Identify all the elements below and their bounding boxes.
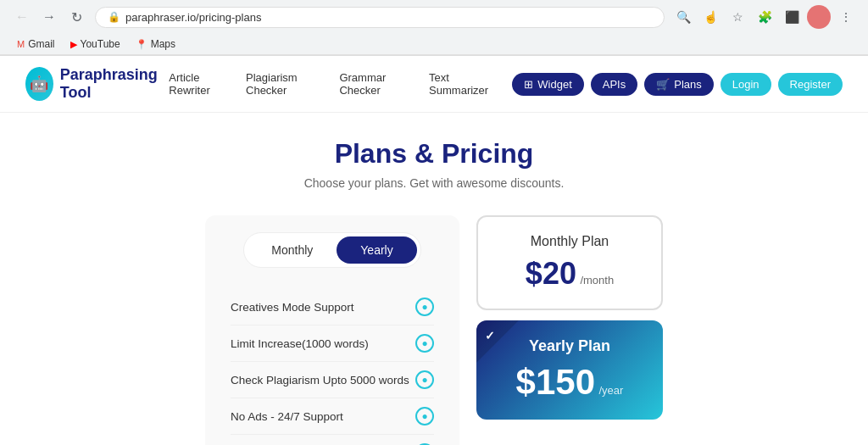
login-label: Login [732, 78, 760, 91]
nav-buttons-group: ⊞ Widget APIs 🛒 Plans Login Register [512, 73, 843, 96]
lock-icon: 🔒 [108, 11, 120, 23]
nav-article-rewriter[interactable]: Article Rewriter [169, 71, 229, 97]
page-title: Plans & Pricing [17, 138, 851, 170]
register-label: Register [790, 78, 831, 91]
logo-text: Paraphrasing Tool [60, 66, 170, 102]
feature-label-3: Check Plagiarism Upto 5000 words [231, 374, 409, 387]
monthly-plan-pricing: $20 /month [495, 256, 644, 292]
nav-text-summarizer[interactable]: Text Summarizer [429, 71, 495, 97]
browser-chrome: ← → ↻ 🔒 paraphraser.io/pricing-plans 🔍 ☝… [0, 0, 868, 56]
avatar-button[interactable] [807, 5, 831, 29]
logo-area: 🤖 Paraphrasing Tool [25, 66, 169, 102]
reload-button[interactable]: ↻ [64, 5, 88, 29]
pricing-section: Monthly Yearly Creatives Mode Support ● … [17, 215, 851, 445]
widget-label: Widget [537, 78, 571, 91]
feature-check-4: ● [415, 407, 434, 426]
yearly-plan-name: Yearly Plan [493, 337, 646, 355]
widget-button[interactable]: ⊞ Widget [512, 73, 583, 96]
plans-icon: 🛒 [656, 78, 670, 91]
forward-button[interactable]: → [37, 5, 61, 29]
navbar: 🤖 Paraphrasing Tool Article Rewriter Pla… [0, 56, 868, 113]
browser-toolbar: ← → ↻ 🔒 paraphraser.io/pricing-plans 🔍 ☝… [0, 0, 868, 34]
monthly-plan-period: /month [580, 274, 614, 286]
feature-label-4: No Ads - 24/7 Support [231, 410, 343, 423]
address-bar[interactable]: 🔒 paraphraser.io/pricing-plans [95, 7, 665, 28]
feature-check-3: ● [415, 370, 434, 389]
menu-icon[interactable]: ⋮ [834, 5, 858, 29]
yearly-plan-price: $150 [516, 362, 595, 402]
youtube-label: YouTube [81, 38, 120, 50]
nav-grammar-checker[interactable]: Grammar Checker [339, 71, 412, 97]
monthly-plan-name: Monthly Plan [495, 234, 644, 249]
widget-icon: ⊞ [524, 78, 533, 91]
profile-icon[interactable]: ⬛ [780, 5, 804, 29]
bookmark-star-icon[interactable]: ☆ [726, 5, 749, 29]
monthly-plan-price: $20 [526, 256, 576, 291]
yearly-plan-card[interactable]: ✓ Yearly Plan $150 /year [476, 320, 663, 420]
search-icon[interactable]: 🔍 [671, 5, 695, 29]
nav-plagiarism-checker[interactable]: Plagiarism Checker [246, 71, 322, 97]
feature-label-2: Limit Increase(1000 words) [231, 337, 369, 350]
monthly-plan-card[interactable]: Monthly Plan $20 /month [476, 215, 663, 310]
checkmark-icon: ✓ [485, 329, 495, 342]
bookmarks-bar: M Gmail ▶ YouTube 📍 Maps [0, 34, 868, 55]
nav-links: Article Rewriter Plagiarism Checker Gram… [169, 71, 495, 97]
yearly-plan-period: /year [598, 384, 623, 397]
plans-card: Monthly Plan $20 /month ✓ Yearly Plan $1… [476, 215, 663, 420]
page-content: 🤖 Paraphrasing Tool Article Rewriter Pla… [0, 56, 868, 445]
feature-item-2: Limit Increase(1000 words) ● [231, 325, 434, 362]
share-icon[interactable]: ☝ [698, 5, 722, 29]
maps-label: Maps [151, 38, 175, 50]
feature-item-5: Fast and Accurate ● [231, 435, 434, 445]
features-card: Monthly Yearly Creatives Mode Support ● … [205, 215, 459, 445]
register-button[interactable]: Register [778, 73, 843, 96]
gmail-icon: M [17, 39, 25, 49]
apis-label: APIs [603, 78, 626, 91]
monthly-toggle[interactable]: Monthly [248, 236, 337, 264]
plans-button[interactable]: 🛒 Plans [644, 73, 714, 96]
feature-item-1: Creatives Mode Support ● [231, 289, 434, 325]
youtube-icon: ▶ [70, 39, 77, 50]
back-button[interactable]: ← [10, 5, 34, 29]
bookmark-gmail[interactable]: M Gmail [10, 36, 62, 52]
main-content: Plans & Pricing Choose your plans. Get w… [0, 113, 868, 445]
feature-check-2: ● [415, 334, 434, 353]
extensions-icon[interactable]: 🧩 [753, 5, 776, 29]
logo-icon: 🤖 [25, 67, 53, 101]
feature-list: Creatives Mode Support ● Limit Increase(… [231, 289, 434, 445]
plans-label: Plans [674, 78, 702, 91]
login-button[interactable]: Login [721, 73, 771, 96]
nav-buttons: ← → ↻ [10, 5, 88, 29]
browser-icons: 🔍 ☝ ☆ 🧩 ⬛ ⋮ [671, 5, 858, 29]
page-subtitle: Choose your plans. Get with awesome disc… [17, 176, 851, 190]
yearly-toggle[interactable]: Yearly [337, 236, 416, 264]
yearly-plan-pricing: $150 /year [493, 362, 646, 403]
bookmark-maps[interactable]: 📍 Maps [129, 36, 182, 52]
feature-label-1: Creatives Mode Support [231, 301, 354, 314]
feature-item-4: No Ads - 24/7 Support ● [231, 398, 434, 435]
billing-toggle: Monthly Yearly [243, 232, 420, 268]
url-text: paraphraser.io/pricing-plans [125, 11, 261, 24]
apis-button[interactable]: APIs [591, 73, 637, 96]
maps-icon: 📍 [136, 39, 147, 50]
feature-item-3: Check Plagiarism Upto 5000 words ● [231, 362, 434, 398]
bookmark-youtube[interactable]: ▶ YouTube [64, 36, 127, 52]
gmail-label: Gmail [28, 38, 54, 50]
feature-check-1: ● [415, 298, 434, 316]
